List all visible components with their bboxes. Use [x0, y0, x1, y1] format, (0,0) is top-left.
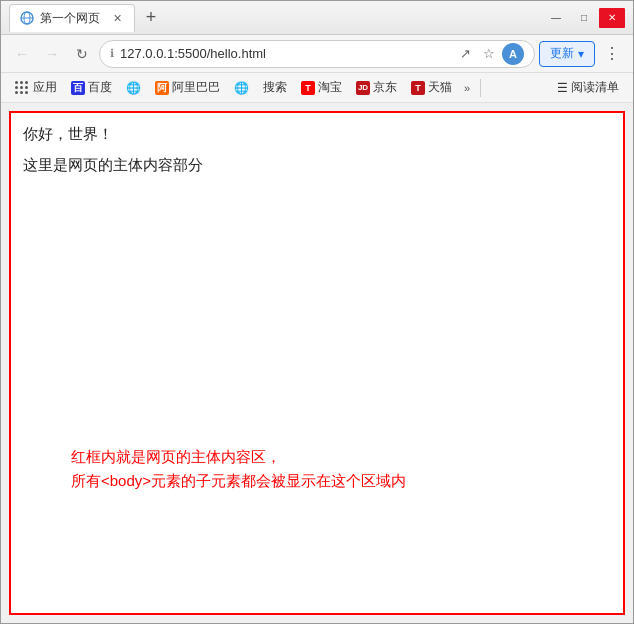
page-annotation: 红框内就是网页的主体内容区， 所有<body>元素的子元素都会被显示在这个区域内 — [71, 445, 406, 493]
baidu-label: 百度 — [88, 79, 112, 96]
bookmark-button[interactable]: ☆ — [478, 43, 500, 65]
page-heading: 你好，世界！ — [23, 125, 611, 144]
security-icon: ℹ — [110, 47, 114, 60]
bookmark-taobao[interactable]: T 淘宝 — [295, 76, 348, 99]
new-tab-button[interactable]: + — [137, 4, 165, 32]
bookmark-search[interactable]: 搜索 — [257, 76, 293, 99]
reading-list-icon: ☰ — [557, 81, 568, 95]
title-bar: 第一个网页 ✕ + — □ ✕ — [1, 1, 633, 35]
address-text: 127.0.0.1:5500/hello.html — [120, 46, 448, 61]
tianmao-icon: T — [411, 81, 425, 95]
maximize-button[interactable]: □ — [571, 8, 597, 28]
alibaba-icon: 阿 — [155, 81, 169, 95]
apps-button[interactable]: 应用 — [9, 76, 63, 99]
update-button[interactable]: 更新 ▾ — [539, 41, 595, 67]
page-subtext: 这里是网页的主体内容部分 — [23, 156, 611, 175]
annotation-line1: 红框内就是网页的主体内容区， — [71, 445, 406, 469]
bookmarks-separator — [480, 79, 481, 97]
reading-list-button[interactable]: ☰ 阅读清单 — [551, 76, 625, 99]
apps-grid-icon — [15, 81, 28, 94]
user-avatar[interactable]: A — [502, 43, 524, 65]
window-close-button[interactable]: ✕ — [599, 8, 625, 28]
address-actions: ↗ ☆ A — [454, 43, 524, 65]
address-bar: ← → ↻ ℹ 127.0.0.1:5500/hello.html ↗ ☆ A … — [1, 35, 633, 73]
bookmark-baidu[interactable]: 百 百度 — [65, 76, 118, 99]
annotation-line2: 所有<body>元素的子元素都会被显示在这个区域内 — [71, 469, 406, 493]
apps-label: 应用 — [33, 79, 57, 96]
bookmark-globe2[interactable]: 🌐 — [228, 78, 255, 98]
tab-close-button[interactable]: ✕ — [110, 11, 124, 25]
back-button[interactable]: ← — [9, 41, 35, 67]
bookmark-alibaba[interactable]: 阿 阿里巴巴 — [149, 76, 226, 99]
tab-title: 第一个网页 — [40, 10, 100, 27]
reload-button[interactable]: ↻ — [69, 41, 95, 67]
update-dropdown-icon: ▾ — [578, 47, 584, 61]
address-input-container[interactable]: ℹ 127.0.0.1:5500/hello.html ↗ ☆ A — [99, 40, 535, 68]
minimize-button[interactable]: — — [543, 8, 569, 28]
globe2-icon: 🌐 — [234, 81, 249, 95]
jd-icon: JD — [356, 81, 370, 95]
taobao-icon: T — [301, 81, 315, 95]
forward-button[interactable]: → — [39, 41, 65, 67]
share-button[interactable]: ↗ — [454, 43, 476, 65]
bookmark-globe[interactable]: 🌐 — [120, 78, 147, 98]
active-tab[interactable]: 第一个网页 ✕ — [9, 4, 135, 32]
alibaba-label: 阿里巴巴 — [172, 79, 220, 96]
tianmao-label: 天猫 — [428, 79, 452, 96]
globe-icon: 🌐 — [126, 81, 141, 95]
window-controls: — □ ✕ — [543, 8, 625, 28]
reading-list-label: 阅读清单 — [571, 79, 619, 96]
bookmark-jd[interactable]: JD 京东 — [350, 76, 403, 99]
search-label: 搜索 — [263, 79, 287, 96]
baidu-icon: 百 — [71, 81, 85, 95]
tab-favicon — [20, 11, 34, 25]
browser-window: 第一个网页 ✕ + — □ ✕ ← → ↻ ℹ 127.0.0.1:5500/h… — [0, 0, 634, 624]
bookmarks-bar: 应用 百 百度 🌐 阿 阿里巴巴 🌐 搜索 T 淘宝 JD 京东 T — [1, 73, 633, 103]
page-body: 你好，世界！ 这里是网页的主体内容部分 红框内就是网页的主体内容区， 所有<bo… — [9, 111, 625, 615]
browser-menu-button[interactable]: ⋮ — [599, 41, 625, 67]
taobao-label: 淘宝 — [318, 79, 342, 96]
jd-label: 京东 — [373, 79, 397, 96]
bookmark-tianmao[interactable]: T 天猫 — [405, 76, 458, 99]
bookmarks-more-button[interactable]: » — [460, 79, 474, 97]
